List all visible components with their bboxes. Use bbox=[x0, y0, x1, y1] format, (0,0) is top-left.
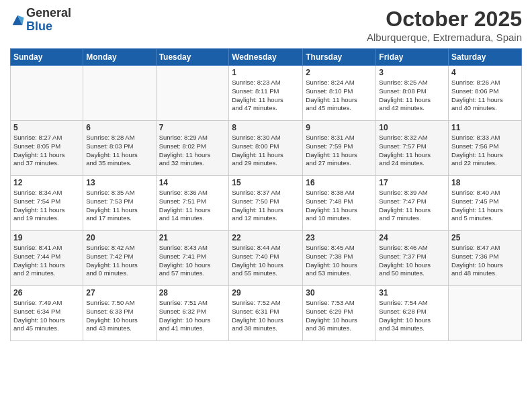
day-number: 20 bbox=[86, 233, 152, 242]
day-info: Sunrise: 8:30 AMSunset: 8:00 PMDaylight:… bbox=[232, 134, 300, 168]
day-number: 11 bbox=[451, 123, 519, 132]
header: General Blue October 2025 Alburquerque, … bbox=[10, 7, 522, 43]
calendar-cell bbox=[11, 66, 83, 121]
day-number: 14 bbox=[159, 178, 226, 187]
col-sunday: Sunday bbox=[11, 49, 83, 66]
calendar-week-1: 1Sunrise: 8:23 AMSunset: 8:11 PMDaylight… bbox=[11, 66, 522, 121]
calendar-week-5: 26Sunrise: 7:49 AMSunset: 6:34 PMDayligh… bbox=[11, 286, 522, 341]
day-number: 13 bbox=[86, 178, 152, 187]
day-info: Sunrise: 8:46 AMSunset: 7:37 PMDaylight:… bbox=[379, 244, 445, 278]
calendar-cell: 26Sunrise: 7:49 AMSunset: 6:34 PMDayligh… bbox=[11, 286, 83, 341]
day-info: Sunrise: 7:53 AMSunset: 6:29 PMDaylight:… bbox=[306, 299, 373, 333]
logo-icon bbox=[10, 13, 25, 28]
calendar-cell: 9Sunrise: 8:31 AMSunset: 7:59 PMDaylight… bbox=[303, 121, 376, 176]
day-info: Sunrise: 8:31 AMSunset: 7:59 PMDaylight:… bbox=[306, 134, 373, 168]
calendar-cell: 20Sunrise: 8:42 AMSunset: 7:42 PMDayligh… bbox=[83, 231, 156, 286]
day-number: 5 bbox=[13, 123, 80, 132]
day-info: Sunrise: 7:54 AMSunset: 6:28 PMDaylight:… bbox=[379, 299, 445, 333]
calendar-cell: 18Sunrise: 8:40 AMSunset: 7:45 PMDayligh… bbox=[449, 176, 522, 231]
day-info: Sunrise: 8:47 AMSunset: 7:36 PMDaylight:… bbox=[451, 244, 519, 278]
day-number: 9 bbox=[306, 123, 373, 132]
day-info: Sunrise: 8:29 AMSunset: 8:02 PMDaylight:… bbox=[159, 134, 226, 168]
title-area: October 2025 Alburquerque, Extremadura, … bbox=[367, 7, 522, 43]
day-number: 3 bbox=[379, 68, 445, 77]
calendar-cell: 12Sunrise: 8:34 AMSunset: 7:54 PMDayligh… bbox=[11, 176, 83, 231]
day-info: Sunrise: 8:36 AMSunset: 7:51 PMDaylight:… bbox=[159, 189, 226, 223]
calendar-cell: 28Sunrise: 7:51 AMSunset: 6:32 PMDayligh… bbox=[156, 286, 229, 341]
day-info: Sunrise: 7:51 AMSunset: 6:32 PMDaylight:… bbox=[159, 299, 226, 333]
calendar-cell: 16Sunrise: 8:38 AMSunset: 7:48 PMDayligh… bbox=[303, 176, 376, 231]
day-number: 4 bbox=[451, 68, 519, 77]
day-info: Sunrise: 8:45 AMSunset: 7:38 PMDaylight:… bbox=[306, 244, 373, 278]
day-number: 31 bbox=[379, 288, 445, 298]
day-number: 7 bbox=[159, 123, 226, 132]
calendar-cell: 2Sunrise: 8:24 AMSunset: 8:10 PMDaylight… bbox=[303, 66, 376, 121]
day-info: Sunrise: 8:44 AMSunset: 7:40 PMDaylight:… bbox=[232, 244, 300, 278]
calendar-cell: 11Sunrise: 8:33 AMSunset: 7:56 PMDayligh… bbox=[449, 121, 522, 176]
col-saturday: Saturday bbox=[449, 49, 522, 66]
day-info: Sunrise: 8:24 AMSunset: 8:10 PMDaylight:… bbox=[306, 79, 373, 113]
logo-blue: Blue bbox=[26, 20, 71, 34]
day-number: 28 bbox=[159, 288, 226, 298]
calendar-cell: 8Sunrise: 8:30 AMSunset: 8:00 PMDaylight… bbox=[229, 121, 303, 176]
page: General Blue October 2025 Alburquerque, … bbox=[0, 0, 532, 411]
day-number: 23 bbox=[306, 233, 373, 242]
calendar-cell: 15Sunrise: 8:37 AMSunset: 7:50 PMDayligh… bbox=[229, 176, 303, 231]
logo: General Blue bbox=[10, 7, 71, 34]
logo-general: General bbox=[26, 7, 71, 20]
calendar-week-2: 5Sunrise: 8:27 AMSunset: 8:05 PMDaylight… bbox=[11, 121, 522, 176]
col-tuesday: Tuesday bbox=[156, 49, 229, 66]
location: Alburquerque, Extremadura, Spain bbox=[367, 32, 522, 43]
day-info: Sunrise: 8:25 AMSunset: 8:08 PMDaylight:… bbox=[379, 79, 445, 113]
day-info: Sunrise: 8:41 AMSunset: 7:44 PMDaylight:… bbox=[13, 244, 80, 278]
day-info: Sunrise: 8:39 AMSunset: 7:47 PMDaylight:… bbox=[379, 189, 445, 223]
calendar-cell: 14Sunrise: 8:36 AMSunset: 7:51 PMDayligh… bbox=[156, 176, 229, 231]
calendar-cell: 31Sunrise: 7:54 AMSunset: 6:28 PMDayligh… bbox=[376, 286, 449, 341]
day-number: 27 bbox=[86, 288, 152, 298]
day-info: Sunrise: 8:32 AMSunset: 7:57 PMDaylight:… bbox=[379, 134, 445, 168]
day-info: Sunrise: 8:38 AMSunset: 7:48 PMDaylight:… bbox=[306, 189, 373, 223]
day-number: 6 bbox=[86, 123, 152, 132]
calendar-cell: 23Sunrise: 8:45 AMSunset: 7:38 PMDayligh… bbox=[303, 231, 376, 286]
day-info: Sunrise: 8:27 AMSunset: 8:05 PMDaylight:… bbox=[13, 134, 80, 168]
day-number: 2 bbox=[306, 68, 373, 77]
calendar-cell: 30Sunrise: 7:53 AMSunset: 6:29 PMDayligh… bbox=[303, 286, 376, 341]
col-thursday: Thursday bbox=[303, 49, 376, 66]
day-info: Sunrise: 8:35 AMSunset: 7:53 PMDaylight:… bbox=[86, 189, 152, 223]
day-number: 10 bbox=[379, 123, 445, 132]
day-number: 29 bbox=[232, 288, 300, 298]
calendar-week-3: 12Sunrise: 8:34 AMSunset: 7:54 PMDayligh… bbox=[11, 176, 522, 231]
col-friday: Friday bbox=[376, 49, 449, 66]
day-number: 16 bbox=[306, 178, 373, 187]
day-number: 19 bbox=[13, 233, 80, 242]
day-number: 8 bbox=[232, 123, 300, 132]
calendar-cell: 29Sunrise: 7:52 AMSunset: 6:31 PMDayligh… bbox=[229, 286, 303, 341]
day-info: Sunrise: 8:26 AMSunset: 8:06 PMDaylight:… bbox=[451, 79, 519, 113]
day-number: 18 bbox=[451, 178, 519, 187]
day-number: 24 bbox=[379, 233, 445, 242]
calendar-header-row: Sunday Monday Tuesday Wednesday Thursday… bbox=[11, 49, 522, 66]
calendar-cell: 19Sunrise: 8:41 AMSunset: 7:44 PMDayligh… bbox=[11, 231, 83, 286]
calendar-cell: 3Sunrise: 8:25 AMSunset: 8:08 PMDaylight… bbox=[376, 66, 449, 121]
calendar-cell: 17Sunrise: 8:39 AMSunset: 7:47 PMDayligh… bbox=[376, 176, 449, 231]
day-number: 26 bbox=[13, 288, 80, 298]
day-info: Sunrise: 8:28 AMSunset: 8:03 PMDaylight:… bbox=[86, 134, 152, 168]
calendar-cell bbox=[156, 66, 229, 121]
calendar-cell: 1Sunrise: 8:23 AMSunset: 8:11 PMDaylight… bbox=[229, 66, 303, 121]
day-number: 17 bbox=[379, 178, 445, 187]
day-info: Sunrise: 8:40 AMSunset: 7:45 PMDaylight:… bbox=[451, 189, 519, 223]
calendar-cell: 5Sunrise: 8:27 AMSunset: 8:05 PMDaylight… bbox=[11, 121, 83, 176]
calendar-cell: 7Sunrise: 8:29 AMSunset: 8:02 PMDaylight… bbox=[156, 121, 229, 176]
calendar-cell bbox=[83, 66, 156, 121]
day-info: Sunrise: 8:23 AMSunset: 8:11 PMDaylight:… bbox=[232, 79, 300, 113]
col-wednesday: Wednesday bbox=[229, 49, 303, 66]
day-number: 15 bbox=[232, 178, 300, 187]
calendar-cell: 27Sunrise: 7:50 AMSunset: 6:33 PMDayligh… bbox=[83, 286, 156, 341]
calendar-cell: 22Sunrise: 8:44 AMSunset: 7:40 PMDayligh… bbox=[229, 231, 303, 286]
calendar-cell: 21Sunrise: 8:43 AMSunset: 7:41 PMDayligh… bbox=[156, 231, 229, 286]
day-info: Sunrise: 8:43 AMSunset: 7:41 PMDaylight:… bbox=[159, 244, 226, 278]
day-info: Sunrise: 8:42 AMSunset: 7:42 PMDaylight:… bbox=[86, 244, 152, 278]
day-number: 1 bbox=[232, 68, 300, 77]
day-info: Sunrise: 8:33 AMSunset: 7:56 PMDaylight:… bbox=[451, 134, 519, 168]
calendar-cell: 4Sunrise: 8:26 AMSunset: 8:06 PMDaylight… bbox=[449, 66, 522, 121]
